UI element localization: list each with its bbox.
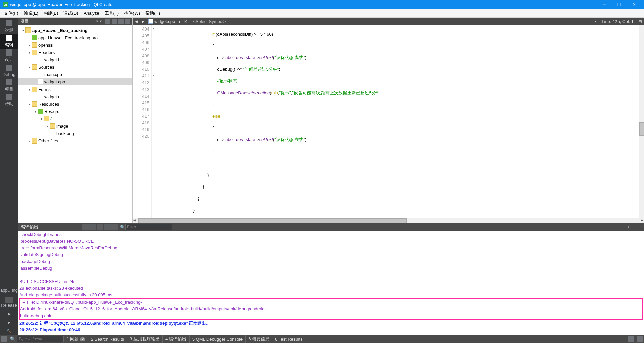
menu-edit[interactable]: 编辑(E) <box>21 9 41 17</box>
mode-projects[interactable]: 项目 <box>0 78 18 93</box>
build-config[interactable]: Release <box>0 295 18 310</box>
status-tab-search[interactable]: 2 Search Results <box>88 335 127 343</box>
tree-node[interactable]: ▾Forms <box>18 85 132 93</box>
link-icon[interactable] <box>112 19 117 24</box>
menu-build[interactable]: 构建(B) <box>41 9 61 17</box>
vscroll-thumb[interactable] <box>639 122 644 136</box>
out-settings-icon[interactable] <box>111 224 118 230</box>
menu-widgets[interactable]: 控件(W) <box>121 9 143 17</box>
chevron-icon[interactable]: ▾ <box>27 51 32 54</box>
line-gutter[interactable]: 4044054064074084094104114124134144154164… <box>133 25 152 218</box>
chevron-icon[interactable]: ▾ <box>39 117 44 121</box>
mode-edit[interactable]: 编辑 <box>0 34 18 49</box>
tree-node[interactable]: ▸openssl <box>18 41 132 49</box>
tree-node[interactable]: ▾Headers <box>18 49 132 56</box>
fold-column[interactable]: ▾▾ <box>152 25 156 218</box>
hscroll-thumb[interactable] <box>138 218 407 223</box>
status-tab-compile[interactable]: 4 编译输出 <box>162 335 189 343</box>
chevron-icon[interactable] <box>45 132 50 135</box>
out-icon-1[interactable] <box>82 224 89 230</box>
filter-input[interactable] <box>125 224 172 230</box>
tree-node[interactable]: back.png <box>18 130 132 137</box>
zoom-out-button[interactable]: − <box>632 224 639 230</box>
kit-selector[interactable]: app…ing <box>0 286 18 295</box>
chevron-icon[interactable] <box>27 36 32 40</box>
editor-vscroll[interactable] <box>639 25 644 218</box>
project-dropdown-icon[interactable]: ▼ ▼ <box>96 20 102 23</box>
tree-node[interactable]: main.cpp <box>18 71 132 78</box>
tree-node[interactable]: widget.cpp <box>18 78 132 85</box>
status-tab-tests[interactable]: 8 Test Results <box>272 335 305 343</box>
menu-analyze[interactable]: Analyze <box>81 9 102 17</box>
nav-back-button[interactable]: ◄ <box>133 19 140 24</box>
chevron-icon[interactable] <box>33 95 38 99</box>
code-editor[interactable]: 4044054064074084094104114124134144154164… <box>133 25 644 218</box>
tree-node[interactable]: ▾Res.qrc <box>18 108 132 115</box>
status-close-icon[interactable]: ⌄ <box>305 337 312 341</box>
code-area[interactable]: if (qAbs(secondsDiff) >= 5 * 60) { ui->l… <box>156 25 639 218</box>
tree-node[interactable]: ▸Other files <box>18 137 132 145</box>
tree-node[interactable]: ▾app_Huawei_Eco_tracking <box>18 26 132 34</box>
status-tab-general[interactable]: 6 概要信息 <box>245 335 272 343</box>
tree-node[interactable]: ▾Sources <box>18 63 132 71</box>
tree-node[interactable]: ▾Resources <box>18 100 132 108</box>
chevron-icon[interactable]: ▾ <box>27 102 32 106</box>
nav-fwd-button[interactable]: ► <box>140 19 146 24</box>
mode-help[interactable]: 帮助 <box>0 93 18 108</box>
tree-node[interactable]: widget.ui <box>18 93 132 100</box>
close-button[interactable]: ✕ <box>627 0 641 9</box>
chevron-icon[interactable]: ▾ <box>33 110 38 113</box>
editor-split-icon[interactable]: ⊞ <box>636 19 644 24</box>
chevron-icon[interactable]: ▾ <box>27 65 32 69</box>
maximize-button[interactable]: ❐ <box>612 0 627 9</box>
mode-design[interactable]: 设计 <box>0 49 18 63</box>
out-icon-4[interactable] <box>104 224 111 230</box>
editor-hscroll[interactable]: ◀ ▶ <box>133 218 644 223</box>
chevron-icon[interactable]: ▸ <box>27 43 32 47</box>
run-button[interactable]: ▶ <box>0 310 18 318</box>
toggle-sidebar-icon[interactable] <box>1 336 7 342</box>
menu-debug[interactable]: 调试(D) <box>61 9 81 17</box>
chevron-icon[interactable] <box>33 73 38 76</box>
chevron-icon[interactable]: ▸ <box>45 124 50 128</box>
tree-node[interactable]: widget.h <box>18 56 132 63</box>
status-tab-issues[interactable]: 1 问题2 <box>64 335 88 343</box>
mode-debug[interactable]: Debug <box>0 63 18 78</box>
status-tab-qml[interactable]: 5 QML Debugger Console <box>189 335 246 343</box>
hscroll-right-icon[interactable]: ▶ <box>641 218 643 222</box>
tree-node[interactable]: ▾/ <box>18 115 132 122</box>
chevron-icon[interactable] <box>33 80 38 84</box>
project-tree[interactable]: ▾app_Huawei_Eco_tracking app_Huawei_Eco_… <box>18 25 132 223</box>
output-collapse-icon[interactable]: ⌃ <box>639 225 644 229</box>
tree-node[interactable]: app_Huawei_Eco_tracking.pro <box>18 34 132 41</box>
out-icon-2[interactable] <box>89 224 96 230</box>
mode-welcome[interactable]: 欢迎 <box>0 19 18 34</box>
zoom-in-button[interactable]: + <box>625 224 632 230</box>
out-icon-3[interactable] <box>97 224 103 230</box>
hscroll-left-icon[interactable]: ◀ <box>133 218 136 222</box>
debug-run-button[interactable]: ▶ <box>0 318 18 327</box>
chevron-icon[interactable]: ▾ <box>27 88 32 91</box>
line-col-indicator[interactable]: Line: 425, Col: 1 <box>599 18 636 25</box>
tab-close-icon[interactable]: ✕ <box>182 19 190 24</box>
menu-file[interactable]: 文件(F) <box>1 9 21 17</box>
split-icon[interactable] <box>118 19 124 24</box>
build-button[interactable]: 🔨 <box>0 327 18 335</box>
minimize-button[interactable]: ─ <box>597 0 612 9</box>
chevron-icon[interactable] <box>33 58 38 62</box>
chevron-icon[interactable]: ▾ <box>21 28 25 32</box>
menu-help[interactable]: 帮助(H) <box>143 9 163 17</box>
tree-node[interactable]: ▸image <box>18 122 132 130</box>
symbol-dropdown-icon[interactable]: ▾ <box>593 20 599 23</box>
symbol-selector[interactable]: <Select Symbol> <box>190 18 228 25</box>
close-pane-icon[interactable] <box>125 19 130 24</box>
toggle-right-icon[interactable] <box>628 336 634 342</box>
chevron-icon[interactable]: ▸ <box>27 139 32 143</box>
output-body[interactable]: :checkDebugLibraries:processDebugJavaRes… <box>18 231 644 335</box>
locator-input[interactable] <box>17 336 64 342</box>
menu-tools[interactable]: 工具(T) <box>102 9 122 17</box>
filter-icon[interactable] <box>105 19 110 24</box>
tab-dropdown-icon[interactable]: ▾ <box>177 19 182 24</box>
editor-tab[interactable]: widget.cpp <box>146 18 177 25</box>
status-tab-appout[interactable]: 3 应用程序输出 <box>127 335 162 343</box>
